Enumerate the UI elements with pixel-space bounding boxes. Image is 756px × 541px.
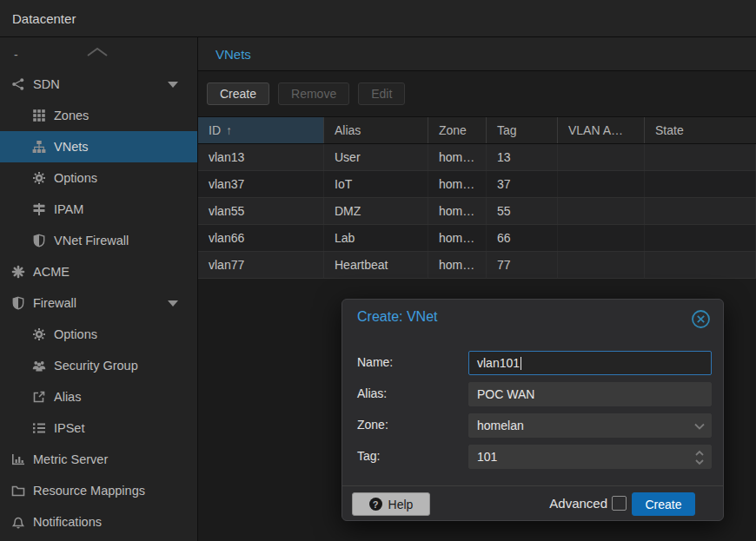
create-button[interactable]: Create bbox=[207, 82, 269, 105]
sdn-icon bbox=[10, 77, 25, 91]
table-row[interactable]: vlan37 IoT hom… 37 bbox=[198, 171, 756, 198]
dialog-footer: ? Help Advanced Create bbox=[342, 485, 723, 521]
sitemap-icon bbox=[31, 140, 46, 154]
tag-field-row: Tag: 101 bbox=[342, 445, 723, 469]
sidebar-item-acme[interactable]: ACME bbox=[0, 256, 197, 287]
sidebar-nav: - SDN Zones VNets bbox=[0, 37, 198, 541]
column-header-zone[interactable]: Zone bbox=[428, 117, 487, 143]
name-label: Name: bbox=[357, 355, 393, 369]
folder-icon bbox=[10, 484, 25, 498]
caret-down-icon[interactable] bbox=[168, 82, 178, 88]
tag-spinner[interactable]: 101 bbox=[468, 445, 712, 469]
burst-icon bbox=[10, 265, 25, 279]
sidebar-item-label: Notifications bbox=[33, 515, 102, 529]
panel-title: VNets bbox=[216, 47, 251, 62]
sidebar-item-security-group[interactable]: Security Group bbox=[0, 350, 197, 381]
list-ol-icon bbox=[31, 421, 46, 435]
tag-label: Tag: bbox=[357, 449, 380, 463]
bell-icon bbox=[10, 515, 25, 529]
sidebar-item-ipset[interactable]: IPSet bbox=[0, 412, 197, 444]
sidebar-item-label: ACME bbox=[33, 265, 70, 279]
sidebar-item-label: Firewall bbox=[33, 296, 76, 310]
sidebar-item-label: SDN bbox=[33, 77, 60, 91]
sidebar-item-label: Zones bbox=[54, 109, 89, 122]
table-header-row: ID ↑ Alias Zone Tag VLAN A… State bbox=[198, 117, 756, 144]
zone-label: Zone: bbox=[357, 418, 388, 432]
advanced-label: Advanced bbox=[549, 496, 607, 511]
column-header-tag[interactable]: Tag bbox=[487, 117, 558, 143]
sidebar-item-label: Metric Server bbox=[33, 452, 108, 466]
column-header-alias[interactable]: Alias bbox=[324, 117, 428, 143]
column-header-id[interactable]: ID ↑ bbox=[198, 117, 324, 143]
sidebar-item-resource-mappings[interactable]: Resource Mappings bbox=[0, 475, 197, 506]
sidebar-item-alias[interactable]: Alias bbox=[0, 381, 197, 412]
sidebar-item-metric-server[interactable]: Metric Server bbox=[0, 444, 197, 475]
panel-header: VNets bbox=[198, 37, 756, 71]
chevron-down-icon[interactable] bbox=[694, 414, 705, 439]
gear-icon bbox=[31, 171, 46, 185]
sidebar-item-label: IPAM bbox=[54, 202, 83, 216]
page-title: Datacenter bbox=[12, 11, 76, 26]
advanced-checkbox[interactable] bbox=[612, 496, 627, 511]
sidebar-item-label: Options bbox=[54, 327, 97, 341]
edit-button[interactable]: Edit bbox=[358, 82, 405, 105]
sidebar-item-label: Alias bbox=[54, 390, 81, 404]
sidebar-item-zones[interactable]: Zones bbox=[0, 100, 197, 131]
sidebar-item-sdn-options[interactable]: Options bbox=[0, 162, 197, 194]
help-button[interactable]: ? Help bbox=[352, 492, 430, 516]
bar-chart-icon bbox=[10, 452, 25, 466]
caret-down-icon[interactable] bbox=[168, 300, 178, 307]
overflow-item-dash: - bbox=[14, 48, 18, 62]
sidebar-item-sdn[interactable]: SDN bbox=[0, 69, 197, 100]
signpost-icon bbox=[31, 202, 46, 216]
create-vnet-dialog: Create: VNet Name: vlan101 Alias: POC WA… bbox=[342, 299, 724, 521]
remove-button[interactable]: Remove bbox=[278, 82, 349, 105]
sort-ascending-icon: ↑ bbox=[226, 123, 232, 137]
grid-icon bbox=[31, 109, 46, 122]
column-header-state[interactable]: State bbox=[645, 117, 756, 143]
dialog-title: Create: VNet bbox=[357, 309, 437, 325]
sidebar-item-firewall-options[interactable]: Options bbox=[0, 319, 197, 350]
sidebar-item-vnets[interactable]: VNets bbox=[0, 131, 197, 162]
sidebar-item-firewall[interactable]: Firewall bbox=[0, 287, 197, 319]
table-row[interactable]: vlan55 DMZ hom… 55 bbox=[198, 198, 756, 225]
sidebar-item-label: Options bbox=[54, 171, 97, 185]
top-bar: Datacenter bbox=[0, 0, 756, 37]
name-field-row: Name: vlan101 bbox=[342, 351, 723, 375]
sidebar-item-label: VNets bbox=[54, 140, 89, 154]
alias-label: Alias: bbox=[357, 386, 387, 400]
shield-icon bbox=[31, 234, 46, 247]
sidebar-item-vnet-firewall[interactable]: VNet Firewall bbox=[0, 225, 197, 256]
alias-field-row: Alias: POC WAN bbox=[342, 382, 723, 406]
chevron-up-icon bbox=[85, 46, 109, 62]
question-circle-icon: ? bbox=[369, 498, 382, 511]
gear-icon bbox=[31, 327, 46, 341]
table-row[interactable]: vlan77 Heartbeat hom… 77 bbox=[198, 252, 756, 279]
table-row[interactable]: vlan66 Lab hom… 66 bbox=[198, 225, 756, 252]
text-cursor bbox=[521, 357, 521, 370]
name-input[interactable]: vlan101 bbox=[468, 351, 712, 375]
external-link-icon bbox=[31, 390, 46, 404]
toolbar: Create Remove Edit bbox=[198, 71, 756, 117]
shield-icon bbox=[10, 296, 25, 310]
sidebar-item-label: IPSet bbox=[54, 421, 84, 435]
alias-input[interactable]: POC WAN bbox=[468, 382, 712, 406]
zone-field-row: Zone: homelan bbox=[342, 413, 723, 438]
zone-select[interactable]: homelan bbox=[468, 413, 712, 438]
dialog-create-button[interactable]: Create bbox=[632, 492, 695, 516]
users-icon bbox=[31, 359, 46, 373]
sidebar-item-label: VNet Firewall bbox=[54, 234, 129, 247]
close-icon[interactable] bbox=[691, 309, 711, 329]
sidebar-item-label: Resource Mappings bbox=[33, 484, 145, 498]
sidebar-item-ipam[interactable]: IPAM bbox=[0, 194, 197, 225]
column-header-vlan-aware[interactable]: VLAN A… bbox=[558, 117, 645, 143]
table-row[interactable]: vlan13 User hom… 13 bbox=[198, 144, 756, 171]
spinner-up-down-icon[interactable] bbox=[694, 445, 705, 470]
proxmox-datacenter-app: Datacenter - SDN Zones VNets bbox=[0, 0, 756, 541]
sidebar-scroll-up[interactable]: - bbox=[0, 37, 197, 69]
sidebar-item-label: Security Group bbox=[54, 359, 138, 373]
sidebar-item-notifications[interactable]: Notifications bbox=[0, 506, 197, 538]
